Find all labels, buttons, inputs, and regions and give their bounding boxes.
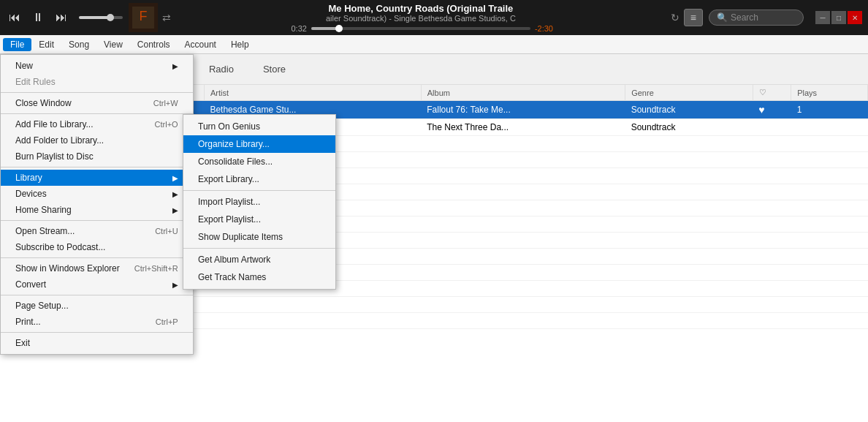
menu-item-burn-playlist[interactable]: Burn Playlist to Disc: [1, 148, 193, 165]
col-header-artist[interactable]: Artist: [204, 85, 421, 101]
submenu-sep-2: [183, 248, 335, 249]
track-album-cell-2: The Next Three Da...: [421, 119, 625, 136]
progress-fill: [311, 27, 338, 30]
menu-item-library[interactable]: Library ▶: [1, 170, 193, 186]
menu-item-print[interactable]: Print... Ctrl+P: [1, 314, 193, 330]
progress-thumb: [335, 25, 343, 32]
col-header-heart[interactable]: ♡: [753, 85, 791, 101]
menu-edit[interactable]: Edit: [31, 38, 61, 51]
menu-item-new-label: New: [15, 61, 33, 71]
col-header-plays[interactable]: Plays: [791, 85, 868, 101]
col-header-genre[interactable]: Genre: [625, 85, 753, 101]
menu-account[interactable]: Account: [178, 38, 224, 51]
show-explorer-shortcut: Ctrl+Shift+R: [134, 264, 178, 273]
menu-item-close-window-label: Close Window: [15, 98, 72, 108]
menu-item-add-folder-label: Add Folder to Library...: [15, 135, 104, 146]
progress-bar-container: 0:32 -2:30: [285, 24, 557, 33]
menu-song[interactable]: Song: [61, 38, 96, 51]
submenu-import-playlist[interactable]: Import Playlist...: [183, 193, 335, 211]
close-button[interactable]: ✕: [848, 11, 862, 24]
submenu-turn-on-genius[interactable]: Turn On Genius: [183, 118, 335, 135]
svg-text:F: F: [140, 9, 148, 23]
menu-item-exit[interactable]: Exit: [1, 335, 193, 351]
separator-2: [1, 113, 193, 114]
rewind-button[interactable]: ⏮: [6, 10, 23, 26]
submenu-export-playlist[interactable]: Export Playlist...: [183, 211, 335, 228]
search-icon: 🔍: [717, 12, 728, 23]
window-controls: ─ □ ✕: [815, 11, 862, 24]
menu-item-burn-playlist-label: Burn Playlist to Disc: [15, 151, 94, 162]
devices-arrow-icon: ▶: [172, 190, 178, 198]
submenu-consolidate-files[interactable]: Consolidate Files...: [183, 153, 335, 170]
volume-slider[interactable]: [79, 16, 123, 19]
menu-item-add-file-label: Add File to Library...: [15, 119, 94, 129]
menu-item-page-setup[interactable]: Page Setup...: [1, 298, 193, 314]
submenu-export-library[interactable]: Export Library...: [183, 170, 335, 188]
main-area: New ▶ Edit Rules Close Window Ctrl+W Add…: [0, 54, 868, 422]
menu-item-close-window[interactable]: Close Window Ctrl+W: [1, 95, 193, 111]
search-box[interactable]: 🔍 Search: [709, 10, 804, 26]
menu-item-show-explorer[interactable]: Show in Windows Explorer Ctrl+Shift+R: [1, 260, 193, 276]
add-file-shortcut: Ctrl+O: [155, 120, 178, 129]
menu-item-convert[interactable]: Convert ▶: [1, 276, 193, 293]
separator-3: [1, 167, 193, 167]
heart-filled-icon: ♥: [758, 104, 764, 116]
menu-item-print-label: Print...: [15, 317, 41, 327]
menu-item-convert-label: Convert: [15, 279, 46, 290]
tab-store[interactable]: Store: [250, 60, 299, 78]
track-album-cell: Fallout 76: Take Me...: [421, 101, 625, 119]
fast-forward-button[interactable]: ⏭: [53, 10, 70, 26]
track-genre-cell: Soundtrack: [625, 101, 753, 119]
separator-1: [1, 92, 193, 93]
menu-item-devices-label: Devices: [15, 189, 47, 199]
separator-7: [1, 332, 193, 333]
list-view-button[interactable]: ≡: [684, 9, 703, 26]
submenu-get-album-artwork[interactable]: Get Album Artwork: [183, 251, 335, 268]
minimize-button[interactable]: ─: [815, 11, 830, 24]
menu-item-subscribe-podcast[interactable]: Subscribe to Podcast...: [1, 239, 193, 255]
search-placeholder: Search: [731, 12, 758, 23]
shuffle-icon[interactable]: ⇄: [161, 10, 172, 25]
menu-controls[interactable]: Controls: [130, 38, 178, 51]
menu-item-add-folder[interactable]: Add Folder to Library...: [1, 132, 193, 148]
menu-view[interactable]: View: [96, 38, 130, 51]
repeat-icon[interactable]: ↻: [671, 12, 679, 23]
separator-4: [1, 220, 193, 221]
submenu-show-duplicate[interactable]: Show Duplicate Items: [183, 228, 335, 246]
track-heart-cell-2[interactable]: [753, 119, 791, 136]
play-pause-button[interactable]: ⏸: [29, 10, 47, 26]
menu-item-subscribe-podcast-label: Subscribe to Podcast...: [15, 242, 105, 252]
transport-controls: ⏮ ⏸ ⏭: [6, 10, 123, 26]
menu-item-exit-label: Exit: [15, 338, 30, 348]
submenu-sep-1: [183, 190, 335, 191]
file-dropdown-menu: New ▶ Edit Rules Close Window Ctrl+W Add…: [0, 54, 194, 355]
menu-item-open-stream[interactable]: Open Stream... Ctrl+U: [1, 223, 193, 239]
menu-item-edit-rules-label: Edit Rules: [15, 77, 56, 87]
submenu-get-track-names[interactable]: Get Track Names: [183, 268, 335, 286]
menu-bar: File Edit Song View Controls Account Hel…: [0, 35, 868, 54]
menu-item-home-sharing[interactable]: Home Sharing ▶: [1, 202, 193, 218]
menu-item-add-file[interactable]: Add File to Library... Ctrl+O: [1, 116, 193, 132]
maximize-button[interactable]: □: [831, 11, 846, 24]
track-info: Me Home, Country Roads (Original Traile …: [175, 3, 666, 33]
menu-file[interactable]: File: [3, 38, 31, 51]
library-arrow-icon: ▶: [172, 174, 178, 182]
current-time: 0:32: [285, 24, 307, 33]
track-title: Me Home, Country Roads (Original Traile: [329, 3, 514, 14]
progress-bar[interactable]: [311, 27, 530, 30]
col-header-album[interactable]: Album: [421, 85, 625, 101]
home-sharing-arrow-icon: ▶: [172, 206, 178, 214]
close-window-shortcut: Ctrl+W: [153, 99, 178, 108]
library-submenu: Turn On Genius Organize Library... Conso…: [183, 114, 336, 290]
menu-help[interactable]: Help: [224, 38, 256, 51]
menu-item-devices[interactable]: Devices ▶: [1, 186, 193, 202]
menu-item-page-setup-label: Page Setup...: [15, 301, 69, 311]
menu-item-show-explorer-label: Show in Windows Explorer: [15, 263, 120, 274]
track-heart-cell[interactable]: ♥: [753, 101, 791, 119]
menu-item-new[interactable]: New ▶: [1, 58, 193, 74]
separator-5: [1, 257, 193, 258]
separator-6: [1, 295, 193, 295]
submenu-organize-library[interactable]: Organize Library...: [183, 135, 335, 153]
tab-radio[interactable]: Radio: [196, 60, 247, 78]
open-stream-shortcut: Ctrl+U: [155, 227, 178, 236]
